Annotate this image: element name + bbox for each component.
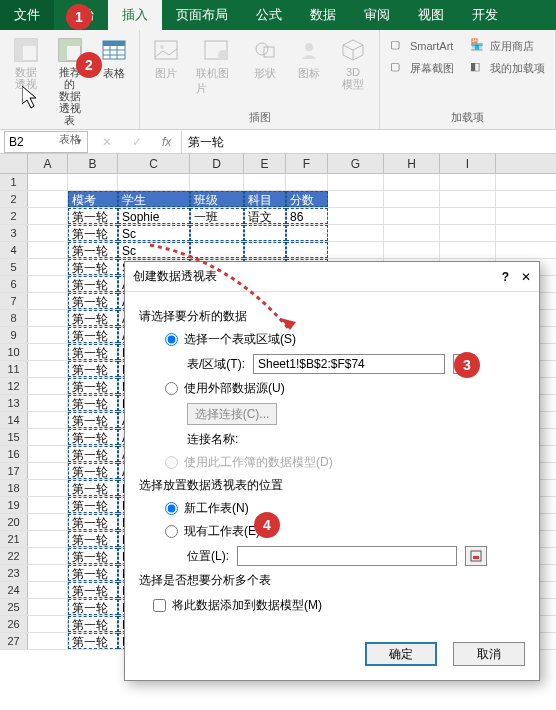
cell[interactable]: 第一轮 [68, 242, 118, 258]
cell[interactable] [328, 208, 384, 224]
cell[interactable] [28, 480, 68, 496]
my-addins-button[interactable]: ◧我的加载项 [466, 58, 549, 78]
cell[interactable]: 第一轮 [68, 514, 118, 530]
cell[interactable] [190, 242, 244, 258]
location-input[interactable] [237, 546, 457, 566]
row-header[interactable]: 16 [0, 446, 28, 462]
row-header[interactable]: 4 [0, 242, 28, 258]
row-header[interactable]: 13 [0, 395, 28, 411]
cell[interactable] [28, 446, 68, 462]
tab-insert[interactable]: 插入 [108, 0, 162, 30]
cell[interactable]: 第一轮 [68, 395, 118, 411]
close-icon[interactable]: ✕ [521, 270, 531, 284]
cell[interactable]: 第一轮 [68, 208, 118, 224]
cell[interactable] [384, 208, 440, 224]
formula-input[interactable]: 第一轮 [181, 131, 556, 153]
radio-new-sheet[interactable] [165, 502, 178, 515]
cell[interactable] [28, 429, 68, 445]
cell[interactable] [28, 327, 68, 343]
cell[interactable]: 分数 [286, 191, 328, 207]
cell[interactable]: 第一轮 [68, 327, 118, 343]
cell[interactable]: 第一轮 [68, 378, 118, 394]
row-header[interactable]: 17 [0, 463, 28, 479]
tab-review[interactable]: 审阅 [350, 0, 404, 30]
location-selector-button[interactable] [465, 546, 487, 566]
tab-formula[interactable]: 公式 [242, 0, 296, 30]
cell[interactable]: 第一轮 [68, 259, 118, 275]
col-header[interactable]: A [28, 154, 68, 173]
row-header[interactable]: 2 [0, 208, 28, 224]
tab-file[interactable]: 文件 [0, 0, 54, 30]
row-header[interactable]: 3 [0, 225, 28, 241]
select-all-corner[interactable] [0, 154, 28, 173]
radio-external[interactable] [165, 382, 178, 395]
pivot-table-button[interactable]: 数据 透视 [6, 32, 46, 94]
cell[interactable] [28, 310, 68, 326]
cell[interactable] [28, 208, 68, 224]
tab-view[interactable]: 视图 [404, 0, 458, 30]
cell[interactable] [440, 242, 496, 258]
cell[interactable] [28, 616, 68, 632]
row-header[interactable]: 26 [0, 616, 28, 632]
cell[interactable]: 第一轮 [68, 497, 118, 513]
recommended-pivot-button[interactable]: 推荐的 数据透视表 [50, 32, 90, 130]
cell[interactable] [328, 242, 384, 258]
row-header[interactable]: 11 [0, 361, 28, 377]
cell[interactable] [28, 412, 68, 428]
cell[interactable]: 第一轮 [68, 616, 118, 632]
cell[interactable]: 第一轮 [68, 361, 118, 377]
row-header[interactable]: 1 [0, 174, 28, 190]
cell[interactable]: 第一轮 [68, 344, 118, 360]
cell[interactable]: 一班 [190, 208, 244, 224]
cell[interactable] [28, 633, 68, 649]
cell[interactable]: 第一轮 [68, 599, 118, 615]
cancel-icon[interactable]: ✕ [92, 135, 122, 149]
cell[interactable]: 班级 [190, 191, 244, 207]
row-header[interactable]: 19 [0, 497, 28, 513]
cell[interactable] [28, 548, 68, 564]
cell[interactable] [28, 395, 68, 411]
cell[interactable] [28, 565, 68, 581]
cell[interactable] [28, 599, 68, 615]
cell[interactable] [28, 242, 68, 258]
cell[interactable]: 第一轮 [68, 463, 118, 479]
row-header[interactable]: 9 [0, 327, 28, 343]
col-header[interactable]: G [328, 154, 384, 173]
cell[interactable]: 第一轮 [68, 531, 118, 547]
row-header[interactable]: 20 [0, 514, 28, 530]
row-header[interactable]: 23 [0, 565, 28, 581]
cell[interactable] [28, 531, 68, 547]
icons-button[interactable]: 图标 [289, 32, 329, 85]
cell[interactable] [244, 225, 286, 241]
cell[interactable]: 86 [286, 208, 328, 224]
cell[interactable]: 第一轮 [68, 412, 118, 428]
radio-select-range[interactable] [165, 333, 178, 346]
smartart-button[interactable]: ▢SmartArt [386, 36, 458, 56]
cell[interactable] [384, 242, 440, 258]
cell[interactable] [440, 208, 496, 224]
cell[interactable] [28, 582, 68, 598]
3d-model-button[interactable]: 3D 模型 [333, 32, 373, 94]
online-pic-button[interactable]: 联机图片 [190, 32, 241, 100]
cell[interactable] [244, 242, 286, 258]
cell[interactable]: 语文 [244, 208, 286, 224]
cell[interactable]: Sc [118, 225, 190, 241]
col-header[interactable]: E [244, 154, 286, 173]
cell[interactable]: 第一轮 [68, 276, 118, 292]
cell[interactable] [384, 225, 440, 241]
row-header[interactable]: 8 [0, 310, 28, 326]
row-header[interactable]: 21 [0, 531, 28, 547]
tab-dev[interactable]: 开发 [458, 0, 512, 30]
cell[interactable] [28, 225, 68, 241]
row-header[interactable]: 12 [0, 378, 28, 394]
cell[interactable]: Sophie [118, 208, 190, 224]
cell[interactable]: 第一轮 [68, 429, 118, 445]
cell[interactable] [28, 293, 68, 309]
cell[interactable] [28, 378, 68, 394]
shapes-button[interactable]: 形状 [245, 32, 285, 85]
cell[interactable]: 第一轮 [68, 633, 118, 649]
cell[interactable] [28, 276, 68, 292]
picture-button[interactable]: 图片 [146, 32, 186, 85]
row-header[interactable]: 10 [0, 344, 28, 360]
cell[interactable] [440, 225, 496, 241]
